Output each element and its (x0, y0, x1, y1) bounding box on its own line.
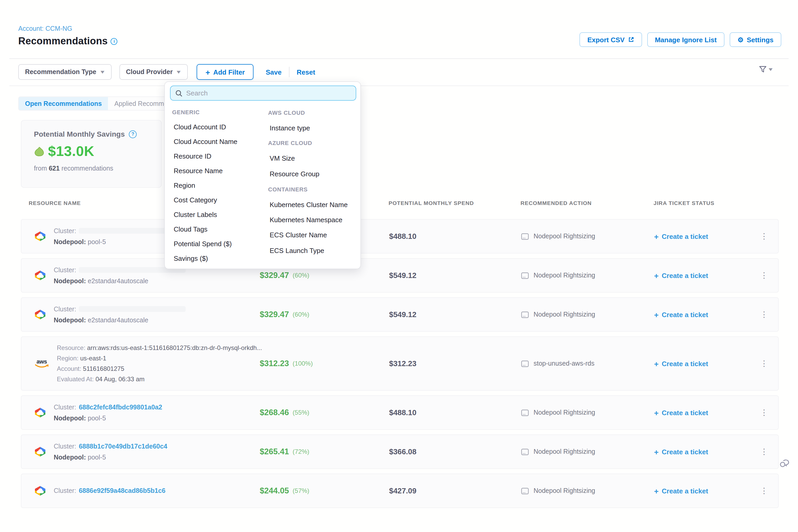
filter-option[interactable]: Cloud Account ID (172, 123, 226, 131)
recommendations-tabs: Open Recommendations Applied Recommendat… (18, 96, 180, 111)
table-row[interactable]: Cluster:6888b1c70e49db17c1de60c4 Nodepoo… (21, 435, 779, 469)
savings-percent: (57%) (292, 487, 309, 494)
recommendation-icon (521, 488, 529, 494)
row-menu-button[interactable]: ⋮ (759, 259, 769, 292)
action-label: Nodepool Rightsizing (534, 311, 595, 318)
create-ticket-link[interactable]: +Create a ticket (654, 337, 708, 390)
search-input[interactable] (186, 89, 351, 97)
create-ticket-link[interactable]: +Create a ticket (654, 474, 708, 508)
create-ticket-link[interactable]: +Create a ticket (654, 298, 708, 331)
cluster-link[interactable]: 6888b1c70e49db17c1de60c4 (79, 442, 167, 450)
filter-option[interactable]: Kubernetes Cluster Name (268, 201, 348, 208)
plus-icon: + (654, 310, 659, 319)
spend-value: $427.09 (389, 474, 416, 508)
info-icon[interactable]: i (111, 38, 118, 44)
filter-group-containers: CONTAINERS (268, 186, 308, 192)
external-link-icon (628, 37, 634, 43)
chevron-down-icon: ▼ (767, 67, 774, 72)
manage-ignore-list-button[interactable]: Manage Ignore List (647, 32, 724, 47)
filter-option[interactable]: Cost Category (172, 196, 217, 204)
filter-option[interactable]: Resource ID (172, 152, 211, 160)
filter-option[interactable]: Savings ($) (172, 254, 208, 262)
savings-value: $329.47 (260, 271, 289, 280)
spend-value: $488.10 (389, 396, 416, 429)
aws-icon: aws (34, 359, 50, 368)
save-filter-button[interactable]: Save (266, 68, 282, 76)
savings-percent: (55%) (292, 409, 309, 416)
plus-icon: + (654, 486, 659, 495)
cluster-link[interactable]: 6886e92f59a48cad86b5b1c6 (79, 487, 165, 494)
plus-icon: + (654, 408, 659, 417)
row-menu-button[interactable]: ⋮ (759, 396, 769, 429)
cloud-provider-filter[interactable]: Cloud Provider▼ (119, 64, 188, 80)
action-label: Nodepool Rightsizing (534, 233, 595, 240)
table-row[interactable]: aws Resource: arn:aws:rds:us-east-1:5116… (21, 337, 779, 391)
recommendation-icon (521, 233, 529, 240)
row-menu-button[interactable]: ⋮ (759, 435, 769, 468)
search-icon (175, 90, 183, 97)
export-csv-button[interactable]: Export CSV (580, 32, 642, 47)
plus-icon: + (206, 68, 210, 76)
recommendations-table: Cluster: Nodepool: pool-5 $488.10 Nodepo… (21, 219, 779, 513)
filter-option[interactable]: Kubernetes Namespace (268, 216, 342, 224)
add-filter-dropdown: GENERIC Cloud Account ID Cloud Account N… (164, 81, 361, 269)
recommendation-icon (521, 272, 529, 279)
filter-option[interactable]: VM Size (268, 155, 295, 163)
filter-option[interactable]: Cloud Tags (172, 225, 208, 233)
create-ticket-link[interactable]: +Create a ticket (654, 435, 708, 468)
row-menu-button[interactable]: ⋮ (759, 298, 769, 331)
recommendation-type-filter[interactable]: Recommendation Type▼ (18, 64, 111, 80)
savings-value: $268.46 (260, 408, 289, 417)
recommendation-icon (521, 409, 529, 416)
filter-option[interactable]: Instance type (268, 124, 310, 132)
action-label: Nodepool Rightsizing (534, 409, 595, 416)
spend-value: $549.12 (389, 298, 416, 331)
add-filter-button[interactable]: + Add Filter (197, 64, 254, 80)
action-label: Nodepool Rightsizing (534, 487, 595, 494)
page-title: Recommendations (18, 36, 108, 47)
filter-option[interactable]: Cloud Account Name (172, 137, 237, 145)
reset-filter-button[interactable]: Reset (297, 68, 315, 76)
table-header: RESOURCE NAME POTENTIAL MONTHLY SPEND RE… (21, 200, 779, 210)
help-icon[interactable]: ? (129, 130, 137, 138)
gcp-icon (34, 270, 46, 281)
filter-option[interactable]: Resource Name (172, 167, 223, 174)
gcp-icon (34, 309, 46, 320)
filter-group-aws-cloud: AWS CLOUD (268, 109, 305, 116)
create-ticket-link[interactable]: +Create a ticket (654, 220, 708, 253)
chat-icon[interactable] (779, 459, 791, 472)
savings-icon (34, 147, 44, 156)
dropdown-search[interactable] (170, 86, 356, 101)
table-row[interactable]: Cluster: Nodepool: e2standar4autoscale $… (21, 297, 779, 332)
filter-option[interactable]: Region (172, 181, 195, 189)
create-ticket-link[interactable]: +Create a ticket (654, 259, 708, 292)
table-row[interactable]: Cluster:6886e92f59a48cad86b5b1c6 $244.05… (21, 474, 779, 508)
account-breadcrumb[interactable]: Account: CCM-NG (18, 25, 72, 32)
filter-option[interactable]: Resource Group (268, 170, 320, 178)
spend-value: $549.12 (389, 259, 416, 292)
row-menu-button[interactable]: ⋮ (759, 220, 769, 253)
table-row[interactable]: Cluster: Nodepool: e2standar4autoscale $… (21, 258, 779, 292)
row-menu-button[interactable]: ⋮ (759, 337, 769, 390)
savings-amount: $13.0K (48, 144, 94, 159)
create-ticket-link[interactable]: +Create a ticket (654, 396, 708, 429)
savings-percent: (60%) (292, 311, 309, 318)
settings-button[interactable]: ⚙ Settings (730, 32, 781, 47)
action-label: Nodepool Rightsizing (534, 448, 595, 455)
col-resource-name: RESOURCE NAME (29, 200, 81, 206)
cluster-link[interactable]: 688c2fefc84fbdc99801a0a2 (79, 403, 162, 411)
row-menu-button[interactable]: ⋮ (759, 474, 769, 508)
section-divider (10, 86, 788, 86)
gear-icon: ⚙ (738, 36, 743, 43)
spend-value: $366.08 (389, 435, 416, 468)
filter-option[interactable]: ECS Launch Type (268, 246, 324, 254)
recommendation-icon (521, 448, 529, 455)
tab-open-recommendations[interactable]: Open Recommendations (19, 97, 108, 110)
filter-option[interactable]: ECS Cluster Name (268, 231, 327, 239)
filter-option[interactable]: Cluster Labels (172, 210, 217, 218)
filter-funnel-button[interactable]: ▼ (759, 66, 773, 73)
filter-option[interactable]: Potential Spend ($) (172, 240, 232, 247)
table-row[interactable]: Cluster:688c2fefc84fbdc99801a0a2 Nodepoo… (21, 395, 779, 430)
redacted-cluster-value (79, 306, 186, 312)
table-row[interactable]: Cluster: Nodepool: pool-5 $488.10 Nodepo… (21, 219, 779, 253)
